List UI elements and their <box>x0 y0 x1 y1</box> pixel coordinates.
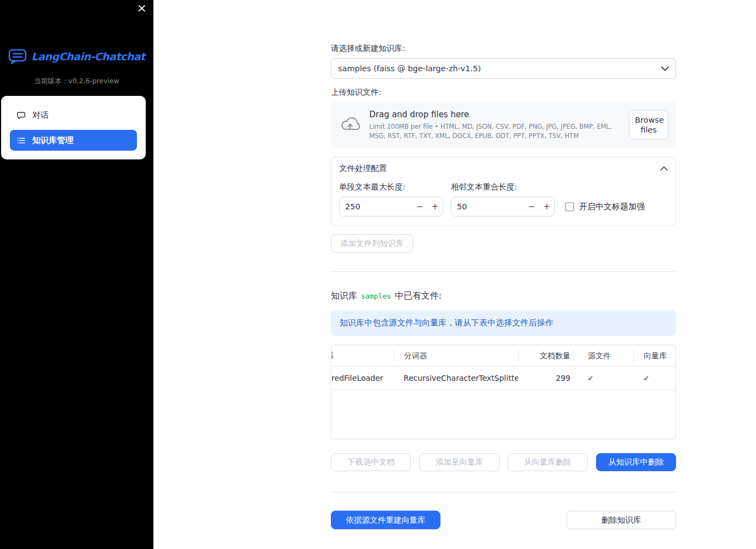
file-dropzone[interactable]: Drag and drop files here Limit 200MB per… <box>331 102 676 148</box>
chinese-title-checkbox[interactable]: 开启中文标题加强 <box>565 202 645 212</box>
chat-bubble-icon <box>16 111 26 120</box>
table-actions-row: 下载选中文档 添加至向量库 从向量库删除 从知识库中删除 <box>331 453 676 471</box>
max-length-value: 250 <box>340 202 412 211</box>
app-window: × LangChain-Chatchat 当前版本：v0.2.6-preview <box>0 0 756 549</box>
kb-name-code: samples <box>361 292 391 300</box>
sidebar-item-label: 对话 <box>32 110 49 121</box>
add-to-vector-store-button[interactable]: 添加至向量库 <box>419 453 499 471</box>
cell-splitter: RecursiveCharacterTextSplitter <box>394 374 519 382</box>
rebuild-vector-store-button[interactable]: 依据源文件重建向量库 <box>331 511 440 529</box>
logo-text: LangChain-Chatchat <box>31 50 145 62</box>
expander-header[interactable]: 文件处理配置 <box>331 157 675 179</box>
table-header-row: 器 分词器 文档数量 源文件 向量库 <box>331 345 675 367</box>
increment-button[interactable]: + <box>427 197 443 216</box>
delete-kb-button[interactable]: 删除知识库 <box>566 511 676 529</box>
sidebar: × LangChain-Chatchat 当前版本：v0.2.6-preview <box>0 0 153 549</box>
main-area: 请选择或新建知识库: samples (faiss @ bge-large-zh… <box>153 0 756 549</box>
file-config-expander: 文件处理配置 单段文本最大长度: 250 − + <box>331 157 676 226</box>
max-length-input[interactable]: 250 − + <box>339 197 443 216</box>
cell-source-file-check: ✓ <box>573 374 633 382</box>
app-logo: LangChain-Chatchat <box>0 48 153 65</box>
sidebar-close-icon[interactable]: × <box>137 2 147 14</box>
existing-files-heading: 知识库 samples 中已有文件: <box>331 289 676 302</box>
chevron-up-icon <box>660 164 668 173</box>
decrement-button[interactable]: − <box>524 197 539 216</box>
kb-management-actions: 依据源文件重建向量库 删除知识库 <box>331 511 676 549</box>
overlap-length-input[interactable]: 50 − + <box>451 197 555 216</box>
table-empty-area <box>331 390 675 439</box>
info-banner: 知识库中包含源文件与向量库，请从下表中选择文件后操作 <box>331 310 676 336</box>
chevron-down-icon <box>661 64 669 73</box>
overlap-length-label: 相邻文本重合长度: <box>451 181 555 192</box>
version-label: 当前版本：v0.2.6-preview <box>0 77 153 86</box>
table-row[interactable]: redFileLoader RecursiveCharacterTextSpli… <box>331 367 675 390</box>
upload-files-label: 上传知识文件: <box>331 87 676 98</box>
logo-chat-icon <box>8 48 27 65</box>
cell-doc-count: 299 <box>518 374 573 382</box>
column-header-source-file: 源文件 <box>573 349 633 362</box>
files-table: 器 分词器 文档数量 源文件 向量库 redFileLoader Recursi… <box>331 345 676 439</box>
column-header-doc-count: 文档数量 <box>518 349 573 362</box>
sidebar-item-knowledge-base[interactable]: 知识库管理 <box>10 130 137 151</box>
overlap-length-value: 50 <box>451 202 524 211</box>
dropzone-title: Drag and drop files here <box>369 110 620 119</box>
kb-select-label: 请选择或新建知识库: <box>331 43 676 54</box>
max-length-label: 单段文本最大长度: <box>339 181 443 192</box>
divider <box>331 492 676 493</box>
add-files-to-kb-button[interactable]: 添加文件到知识库 <box>331 235 413 253</box>
column-header-splitter: 分词器 <box>394 349 519 362</box>
dropzone-limit-text: Limit 200MB per file • HTML, MD, JSON, C… <box>369 122 620 140</box>
divider <box>331 271 676 272</box>
cell-vector-store-check: ✓ <box>633 374 675 382</box>
checkbox-label: 开启中文标题加强 <box>579 202 645 212</box>
download-selected-button[interactable]: 下载选中文档 <box>331 453 411 471</box>
checkbox-box[interactable] <box>565 202 574 211</box>
kb-select[interactable]: samples (faiss @ bge-large-zh-v1.5) <box>331 58 676 79</box>
kb-select-value: samples (faiss @ bge-large-zh-v1.5) <box>338 64 481 73</box>
sidebar-item-dialogue[interactable]: 对话 <box>10 105 137 125</box>
column-header-loader: 器 <box>331 351 394 361</box>
delete-from-kb-button[interactable]: 从知识库中删除 <box>596 453 676 471</box>
decrement-button[interactable]: − <box>412 197 427 216</box>
sidebar-nav: 对话 知识库管理 <box>1 96 146 159</box>
existing-files-suffix: 中已有文件: <box>395 290 442 302</box>
cell-loader: redFileLoader <box>331 374 394 382</box>
list-icon <box>16 136 26 145</box>
delete-from-vector-store-button[interactable]: 从向量库删除 <box>508 453 588 471</box>
browse-files-button[interactable]: Browse files <box>629 110 668 140</box>
expander-title: 文件处理配置 <box>339 163 387 174</box>
column-header-vector-store: 向量库 <box>633 349 675 362</box>
increment-button[interactable]: + <box>539 197 554 216</box>
existing-files-prefix: 知识库 <box>331 290 357 302</box>
upload-cloud-icon <box>340 116 360 134</box>
sidebar-item-label: 知识库管理 <box>32 135 73 146</box>
